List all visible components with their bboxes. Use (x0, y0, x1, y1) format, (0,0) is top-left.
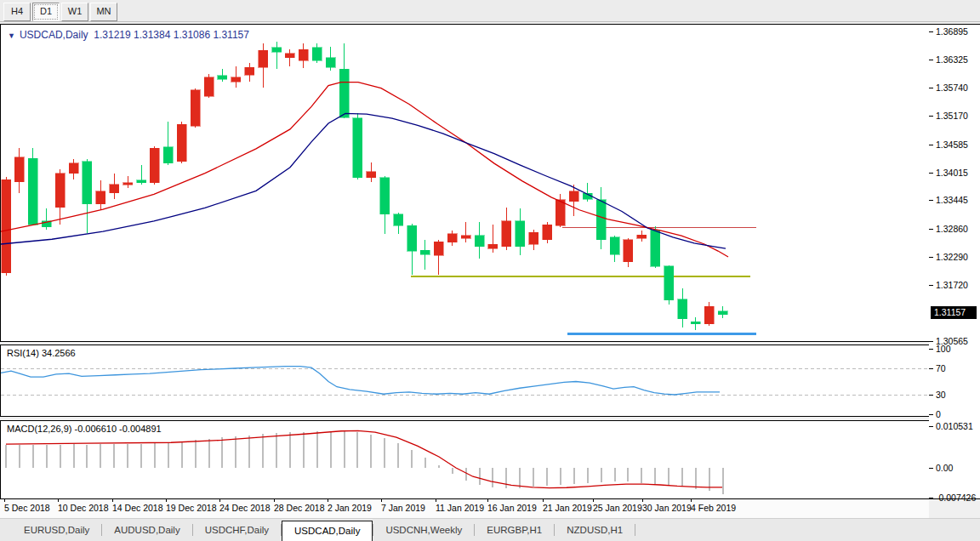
candle-body[interactable] (28, 158, 37, 225)
candle-body[interactable] (420, 250, 430, 254)
date-label: 2 Jan 2019 (328, 503, 372, 513)
candle-body[interactable] (231, 77, 241, 82)
candle-body[interactable] (55, 174, 65, 208)
macd-panel[interactable]: MACD(12,26,9) -0.006610 -0.004891 (0, 420, 930, 499)
candle-body[interactable] (326, 58, 335, 68)
candle-body[interactable] (110, 185, 119, 193)
date-axis[interactable]: 5 Dec 201810 Dec 201814 Dec 201819 Dec 2… (0, 499, 929, 518)
date-label: 24 Dec 2018 (219, 503, 271, 513)
candle-body[interactable] (96, 191, 105, 204)
macd-label: MACD(12,26,9) -0.006610 -0.004891 (7, 424, 162, 434)
candle-body[interactable] (177, 124, 186, 162)
macd-tick: 0.010531 (936, 421, 973, 431)
timeframe-button-w1[interactable]: W1 (61, 3, 88, 21)
current-price-badge: 1.31157 (931, 306, 977, 319)
candle-body[interactable] (367, 172, 376, 178)
chart-title: ▼USDCAD,Daily 1.31219 1.31384 1.31086 1.… (8, 29, 249, 41)
price-tick: 1.35740 (936, 83, 968, 93)
price-tick: 1.31720 (936, 280, 968, 290)
timeframe-toolbar: H4D1W1MN (0, 0, 980, 22)
rsi-tick: 100 (936, 344, 951, 354)
chart-ohlc-values: 1.31219 1.31384 1.31086 1.31157 (94, 29, 249, 41)
price-tick: 1.32860 (936, 224, 968, 234)
candle-body[interactable] (407, 225, 417, 251)
ma-fast-line (1, 83, 728, 257)
candle-body[interactable] (380, 178, 390, 214)
timeframe-button-d1[interactable]: D1 (32, 3, 60, 21)
candle-body[interactable] (678, 299, 687, 319)
date-label: 10 Dec 2018 (58, 503, 109, 513)
candle-body[interactable] (691, 322, 700, 323)
candle-body[interactable] (69, 163, 78, 174)
candle-body[interactable] (664, 266, 674, 300)
candle-body[interactable] (516, 221, 525, 247)
candle-body[interactable] (488, 244, 498, 248)
date-label: 11 Jan 2019 (436, 503, 484, 513)
candle-body[interactable] (596, 200, 606, 240)
candle-body[interactable] (394, 214, 403, 225)
chart-tab-eurusd[interactable]: EURUSD,Daily (12, 521, 101, 539)
macd-tick: -0.007426 (936, 493, 976, 503)
candle-body[interactable] (163, 147, 173, 163)
timeframe-button-h4[interactable]: H4 (3, 3, 31, 21)
chart-tab-bar: EURUSD,DailyAUDUSD,DailyUSDCHF,DailyUSDC… (0, 518, 980, 541)
candle-body[interactable] (461, 236, 470, 238)
chart-tab-nzdusd[interactable]: NZDUSD,H1 (555, 521, 635, 539)
candle-body[interactable] (529, 232, 538, 244)
price-tick: 1.36895 (936, 26, 968, 37)
candle-body[interactable] (285, 54, 294, 58)
candle-body[interactable] (447, 234, 457, 242)
date-label: 30 Jan 2019 (642, 503, 692, 513)
rsi-label: RSI(14) 34.2566 (7, 348, 76, 358)
rsi-panel[interactable]: RSI(14) 34.2566 (0, 345, 930, 417)
chart-tab-audusd[interactable]: AUDUSD,Daily (102, 521, 191, 539)
candle-body[interactable] (272, 48, 282, 52)
candle-body[interactable] (312, 48, 322, 61)
candle-body[interactable] (704, 306, 714, 324)
price-tick: 1.33445 (936, 195, 968, 205)
price-tick: 1.32290 (936, 252, 968, 262)
chart-dropdown-icon[interactable]: ▼ (8, 31, 15, 40)
candle-body[interactable] (475, 236, 484, 247)
price-tick: 1.36325 (936, 54, 968, 65)
main-chart-panel[interactable]: ▼USDCAD,Daily 1.31219 1.31384 1.31086 1.… (0, 24, 930, 342)
candle-body[interactable] (556, 200, 565, 225)
candle-body[interactable] (718, 311, 727, 315)
price-axis[interactable]: 1.368951.363251.357401.351701.345851.340… (929, 24, 980, 499)
candle-body[interactable] (14, 157, 24, 182)
rsi-tick: 0 (936, 409, 941, 419)
ma-slow-line (1, 113, 726, 248)
candle-body[interactable] (610, 237, 619, 254)
candle-body[interactable] (624, 240, 633, 262)
candle-body[interactable] (245, 67, 254, 75)
candle-body[interactable] (2, 179, 11, 273)
chart-tab-usdcnh[interactable]: USDCNH,Weekly (373, 521, 474, 539)
candle-body[interactable] (137, 180, 146, 183)
candle-body[interactable] (651, 230, 660, 266)
candle-body[interactable] (569, 191, 578, 202)
candle-body[interactable] (543, 225, 552, 240)
chart-tab-usdchf[interactable]: USDCHF,Daily (193, 521, 281, 539)
chart-tab-eurgbp[interactable]: EURGBP,H1 (475, 521, 554, 539)
rsi-chart[interactable] (1, 345, 929, 416)
candle-body[interactable] (204, 77, 214, 96)
date-label: 28 Dec 2018 (274, 503, 325, 513)
candle-body[interactable] (259, 50, 268, 67)
rsi-tick: 30 (936, 390, 946, 400)
chart-tab-usdcad[interactable]: USDCAD,Daily (282, 521, 373, 541)
candle-body[interactable] (502, 221, 511, 247)
candle-body[interactable] (191, 90, 200, 127)
candle-body[interactable] (434, 242, 443, 255)
candle-body[interactable] (353, 118, 362, 178)
candle-body[interactable] (218, 76, 227, 80)
candle-body[interactable] (150, 148, 159, 182)
timeframe-button-mn[interactable]: MN (90, 3, 117, 21)
candlestick-chart[interactable] (1, 25, 929, 341)
candle-body[interactable] (299, 49, 308, 60)
candle-body[interactable] (339, 69, 349, 117)
candle-body[interactable] (637, 235, 647, 238)
candle-body[interactable] (123, 183, 133, 185)
candle-body[interactable] (83, 162, 92, 204)
rsi-tick: 70 (936, 363, 946, 373)
date-label: 14 Dec 2018 (112, 503, 163, 513)
